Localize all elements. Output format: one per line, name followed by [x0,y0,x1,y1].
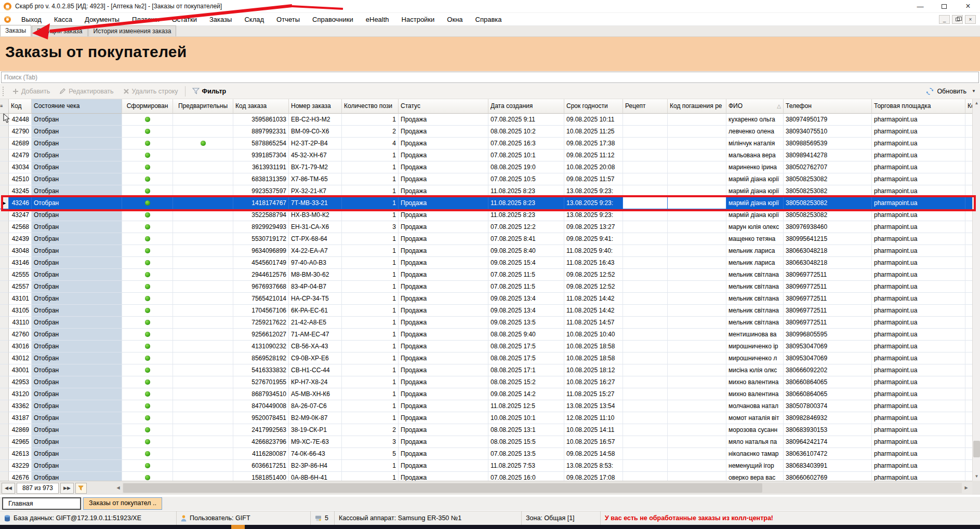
menu-item[interactable]: eHealth [360,16,395,23]
vertical-scroll-thumb[interactable] [973,441,980,457]
mdi-minimize-button[interactable]: _ [939,15,950,24]
table-row[interactable]: 43001Отобран5416333832СВ-Н1-СС-441Продаж… [0,364,972,376]
column-header[interactable]: Номер заказа [289,99,342,114]
table-row[interactable]: 43362Отобран84704490088А-26-07-С61Продаж… [0,400,972,412]
table-row[interactable]: 43245Отобран9923537597РХ-32-21-К71Продаж… [0,185,972,197]
add-button[interactable]: Добавить [8,85,55,98]
column-header[interactable]: Торговая площадка [872,99,965,114]
refresh-button[interactable]: Обновить [926,85,966,98]
table-row[interactable]: 42479Отобран939185730445-32-ХН-671Продаж… [0,150,972,161]
tab-1[interactable]: Позиции заказа [32,25,87,36]
table-row[interactable]: 42790Отобран8897992331ВМ-09-С0-Х62Продаж… [0,126,972,138]
table-row[interactable]: 42557Отобран967693766883-4Р-04-В71Продаж… [0,281,972,293]
table-row[interactable]: 42953Отобран5276701955КР-Н7-Х8-241Продаж… [0,376,972,388]
table-row[interactable]: ▶43246Отобран14181747677Т-МВ-33-211Прода… [0,197,972,209]
table-row[interactable]: 43034Отобран3613931191ВХ-71-79-М21Продаж… [0,161,972,173]
table-row[interactable]: 43110Отобран725921762221-42-А8-Е51Продаж… [0,317,972,329]
table-row[interactable]: 43105Отобран17045671066К-РА-ЕС-611Продаж… [0,305,972,317]
cell-q: 1 [342,185,399,197]
column-header[interactable]: Код заказа [233,99,289,114]
column-header[interactable]: Предварительны [173,99,233,114]
table-row[interactable]: 42613Отобран411628008774-0К-66-435Продаж… [0,448,972,460]
menu-item[interactable]: Заказы [203,16,238,23]
menu-item[interactable]: Касса [48,16,78,23]
column-header[interactable]: Сформирован [122,99,173,114]
column-header[interactable]: Код [9,99,32,114]
edit-button[interactable]: Редактировать [55,85,118,98]
menu-item[interactable]: Справка [469,16,508,23]
cell-oc: 9634096899 [233,245,289,257]
delete-row-button[interactable]: Удалить строку [118,85,183,98]
scroll-right-icon[interactable]: ▶ [962,483,971,493]
table-row[interactable]: 42689Отобран5878865254Н2-3Т-2Р-В44Продаж… [0,138,972,150]
column-header[interactable]: Статус [399,99,488,114]
tab-0[interactable]: Заказы [0,25,31,36]
column-header[interactable]: Количество пози [342,99,399,114]
mdi-restore-button[interactable] [952,15,963,24]
window-tab-orders[interactable]: Заказы от покупател .. [83,497,162,510]
table-row[interactable]: 43247Отобран3522588794НХ-В3-М0-К21Продаж… [0,209,972,221]
cell-oc: 9676937668 [233,281,289,293]
refresh-dropdown-button[interactable]: ▼ [972,89,976,93]
first-page-button[interactable]: ◀◀ [2,483,15,494]
table-row[interactable]: 42510Отобран6838131359Х7-86-ТМ-651Продаж… [0,173,972,185]
table-row[interactable]: 42869Отобран241799256338-19-СК-Р12Продаж… [0,424,972,436]
column-header[interactable]: Код погашения ре [668,99,726,114]
table-row[interactable]: 42760Отобран925661202771-АМ-ЕС-471Продаж… [0,329,972,341]
toolbar-grip[interactable] [2,86,5,97]
menu-item[interactable]: Окна [441,16,469,23]
minimize-button[interactable]: — [908,0,932,12]
window-tab-home[interactable]: Главная [2,497,81,510]
table-row[interactable]: 43120Отобран8687934510А5-МВ-ХН-К61Продаж… [0,388,972,400]
table-row[interactable]: 43048Отобран9634096899Х4-22-ЕА-А71Продаж… [0,245,972,257]
cell-c: 42790 [9,126,32,138]
menu-item[interactable]: Справочники [306,16,360,23]
column-header[interactable]: Состояние чека [32,99,122,114]
filter-button[interactable]: Фильтр [188,85,231,98]
table-row[interactable]: 42965Отобран4266823796М9-ХС-7Е-633Продаж… [0,436,972,448]
menu-item[interactable]: Склад [238,16,270,23]
table-row[interactable]: 43146Отобран454560174997-40-А0-В31Продаж… [0,257,972,269]
menu-item[interactable]: Отчеты [270,16,306,23]
horizontal-scrollbar[interactable]: ◀ ▶ [114,483,971,493]
table-row[interactable]: 42448Отобран3595861033ЕВ-С2-Н3-М21Продаж… [0,114,972,126]
column-header[interactable]: Дата создания [488,99,564,114]
menu-item[interactable]: Платежи [126,16,166,23]
scroll-down-icon[interactable]: ▼ [973,472,980,481]
scroll-left-icon[interactable]: ◀ [114,483,123,493]
table-row[interactable]: 43229Отобран6036617251В2-3Р-86-Н41Продаж… [0,460,972,472]
column-header[interactable]: ФИО△ [726,99,784,114]
tab-2[interactable]: История изменения заказа [88,25,177,36]
scroll-up-icon[interactable]: ▲ [973,99,980,107]
cell-fio: ніколаєнко тамар [726,448,784,460]
cell-ko [965,376,972,388]
column-header[interactable]: Рецепт [623,99,668,114]
menu-item[interactable]: Документы [78,16,126,23]
cell-c: 42439 [9,233,32,245]
table-row[interactable]: 43187Отобран9520078451В2-М9-0К-871Продаж… [0,412,972,424]
vertical-scrollbar[interactable]: ▲ ▼ [972,99,980,481]
table-row[interactable]: 42568Отобран8929929493ЕН-31-СА-Х63Продаж… [0,221,972,233]
menu-item[interactable]: Остатки [166,16,203,23]
table-row[interactable]: 43016Отобран4131090232СВ-56-ХА-431Продаж… [0,341,972,352]
menu-item[interactable]: Выход [15,16,48,23]
app-logo-icon [4,3,11,10]
column-header[interactable]: Телефон [784,99,872,114]
table-row[interactable]: 42555Отобран2944612576М8-ВМ-30-621Продаж… [0,269,972,281]
restore-button[interactable] [932,0,956,12]
table-row[interactable]: 42676Отобран15818514000А-8В-6Н-411Продаж… [0,472,972,481]
mdi-close-button[interactable]: × [965,15,976,24]
horizontal-scroll-thumb[interactable] [123,483,762,493]
search-input[interactable] [1,72,979,83]
table-row[interactable]: 43012Отобран8569528192С9-0В-ХР-Е61Продаж… [0,352,972,364]
column-header[interactable]: Срок годности [564,99,623,114]
column-header[interactable]: Ко [965,99,972,114]
close-button[interactable]: × [956,0,980,12]
grid-filter-toggle[interactable] [75,483,87,494]
cell-ph: 380508253082 [784,209,872,221]
table-row[interactable]: 42439Отобран5530719172СТ-РХ-68-641Продаж… [0,233,972,245]
menu-item[interactable]: Настройки [395,16,441,23]
cell-ko [965,126,972,138]
last-page-button[interactable]: ▶▶ [60,483,74,494]
table-row[interactable]: 43101Отобран7565421014НА-СР-34-Т51Продаж… [0,293,972,305]
